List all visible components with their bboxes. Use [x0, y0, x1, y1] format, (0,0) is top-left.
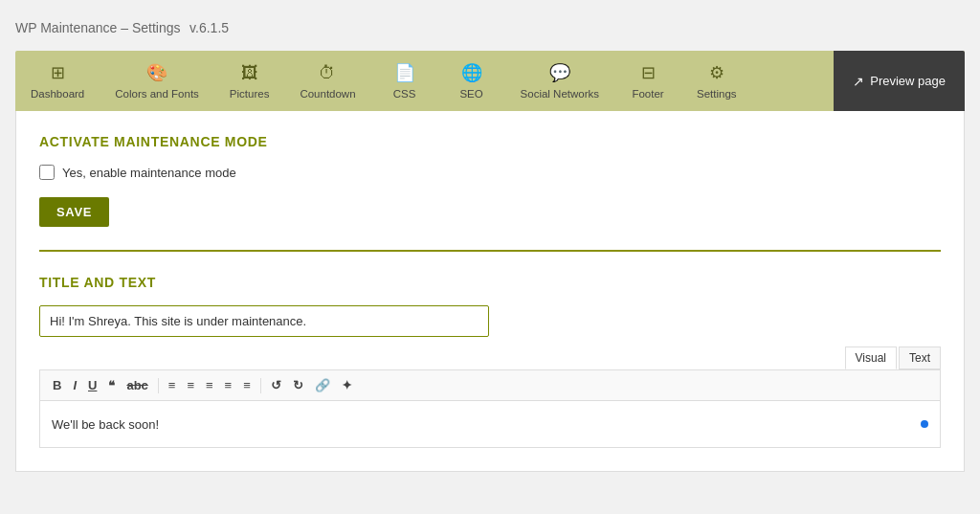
nav-label-pictures: Pictures	[230, 88, 270, 100]
maintenance-mode-row: Yes, enable maintenance mode	[39, 165, 941, 180]
maintenance-mode-checkbox[interactable]	[39, 165, 55, 180]
nav-item-footer[interactable]: ⊟ Footer	[614, 51, 681, 111]
nav-label-social-networks: Social Networks	[521, 88, 599, 100]
nav-label-settings: Settings	[697, 88, 737, 100]
editor-body: We'll be back soon!	[39, 400, 941, 448]
nav-item-settings[interactable]: ⚙ Settings	[681, 51, 752, 111]
pictures-icon: 🖼	[241, 63, 258, 83]
page-title-text: WP Maintenance – Settings	[15, 20, 181, 35]
title-text-section: TITLE AND TEXT Visual Text B I U ❝ abc ≡…	[39, 275, 941, 448]
nav-item-social-networks[interactable]: 💬 Social Networks	[505, 51, 614, 111]
title-text-section-title: TITLE AND TEXT	[39, 275, 941, 290]
nav-label-dashboard: Dashboard	[31, 88, 84, 100]
tab-text[interactable]: Text	[899, 346, 941, 369]
nav-item-countdown[interactable]: ⏱ Countdown	[284, 51, 370, 111]
toolbar-undo[interactable]: ↺	[266, 376, 286, 394]
editor-tab-row: Visual Text	[39, 346, 941, 369]
css-icon: 📄	[394, 62, 415, 83]
page-title: WP Maintenance – Settings v.6.1.5	[15, 15, 965, 37]
editor-content: We'll be back soon!	[52, 417, 159, 432]
activate-section: ACTIVATE MAINTENANCE MODE Yes, enable ma…	[39, 134, 941, 252]
nav-item-seo[interactable]: 🌐 SEO	[438, 51, 505, 111]
toolbar-redo[interactable]: ↻	[288, 376, 308, 394]
toolbar-italic[interactable]: I	[68, 376, 81, 394]
nav-item-colors-fonts[interactable]: 🎨 Colors and Fonts	[100, 51, 214, 111]
toolbar-unordered-list[interactable]: ≡	[164, 376, 181, 394]
external-link-icon: ↗	[853, 74, 864, 89]
page-version: v.6.1.5	[189, 20, 229, 35]
editor-cursor-dot	[921, 420, 928, 428]
toolbar-link[interactable]: 🔗	[310, 376, 335, 394]
settings-icon: ⚙	[709, 62, 724, 83]
countdown-icon: ⏱	[319, 63, 336, 83]
editor-toolbar: B I U ❝ abc ≡ ≡ ≡ ≡ ≡ ↺ ↻ 🔗 ✦	[39, 369, 941, 400]
toolbar-align-right[interactable]: ≡	[238, 376, 256, 394]
preview-page-label: Preview page	[870, 74, 946, 88]
nav-label-colors-fonts: Colors and Fonts	[115, 88, 199, 100]
footer-icon: ⊟	[641, 62, 656, 83]
toolbar-fullscreen[interactable]: ✦	[337, 376, 357, 394]
toolbar-align-center[interactable]: ≡	[220, 376, 237, 394]
nav-label-seo: SEO	[459, 88, 482, 100]
toolbar-bold[interactable]: B	[48, 376, 66, 394]
social-networks-icon: 💬	[549, 62, 570, 83]
nav-item-pictures[interactable]: 🖼 Pictures	[214, 51, 285, 111]
preview-page-button[interactable]: ↗ Preview page	[834, 51, 965, 111]
seo-icon: 🌐	[461, 62, 482, 83]
title-text-input[interactable]	[39, 305, 489, 337]
tab-visual[interactable]: Visual	[845, 346, 897, 369]
save-button[interactable]: SAVE	[39, 197, 109, 227]
maintenance-mode-label: Yes, enable maintenance mode	[62, 166, 236, 180]
nav-label-footer: Footer	[632, 88, 663, 100]
nav-item-dashboard[interactable]: ⊞ Dashboard	[15, 51, 100, 111]
nav-label-css: CSS	[393, 88, 416, 100]
toolbar-underline[interactable]: U	[83, 376, 101, 394]
toolbar-blockquote[interactable]: ❝	[103, 376, 120, 394]
toolbar-separator-2	[260, 378, 261, 393]
colors-fonts-icon: 🎨	[146, 62, 167, 83]
toolbar-ordered-list[interactable]: ≡	[182, 376, 199, 394]
toolbar-align-left[interactable]: ≡	[201, 376, 218, 394]
toolbar-strikethrough[interactable]: abc	[122, 376, 152, 394]
toolbar-separator-1	[158, 378, 159, 393]
dashboard-icon: ⊞	[51, 62, 65, 83]
nav-bar: ⊞ Dashboard 🎨 Colors and Fonts 🖼 Picture…	[15, 51, 965, 111]
activate-section-title: ACTIVATE MAINTENANCE MODE	[39, 134, 941, 149]
main-content: ACTIVATE MAINTENANCE MODE Yes, enable ma…	[15, 111, 965, 472]
nav-items: ⊞ Dashboard 🎨 Colors and Fonts 🖼 Picture…	[15, 51, 834, 111]
nav-item-css[interactable]: 📄 CSS	[371, 51, 438, 111]
nav-label-countdown: Countdown	[300, 88, 355, 100]
